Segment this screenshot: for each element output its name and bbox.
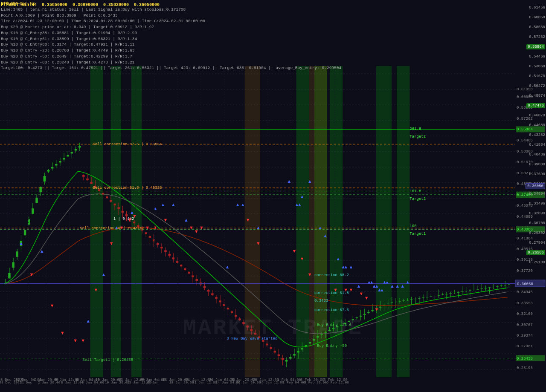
chart-container: FTMUSDT-Bin.H4 Line:3465 | tema_h1_statu… [0, 0, 546, 392]
chart-canvas [0, 0, 546, 392]
